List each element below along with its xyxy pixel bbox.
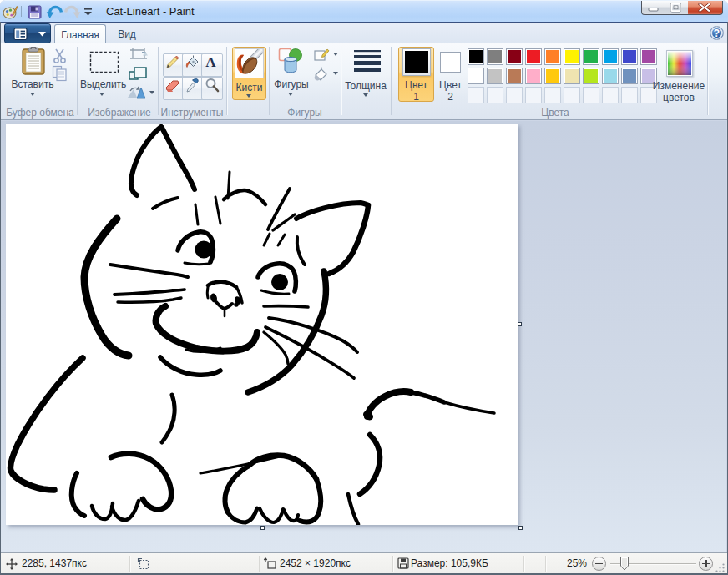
svg-text:A: A (205, 54, 216, 69)
